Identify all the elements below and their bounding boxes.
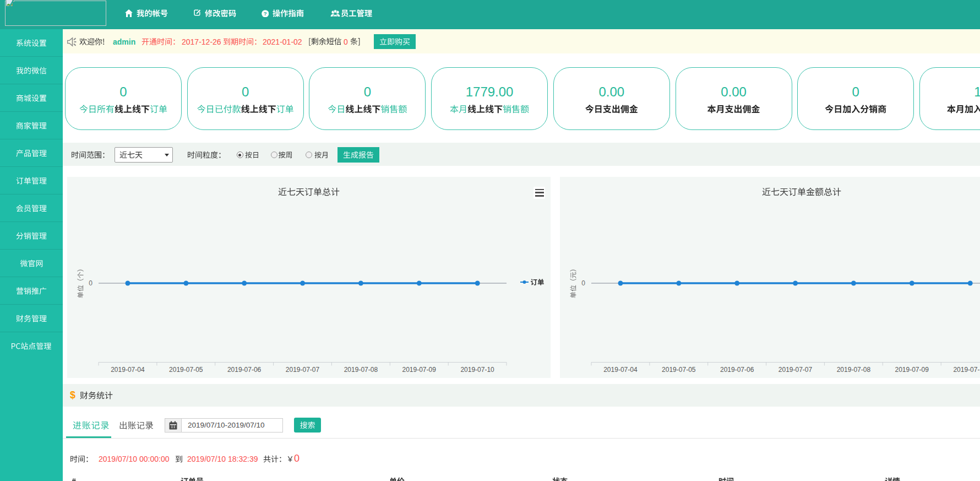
svg-text:?: ? — [263, 10, 266, 17]
